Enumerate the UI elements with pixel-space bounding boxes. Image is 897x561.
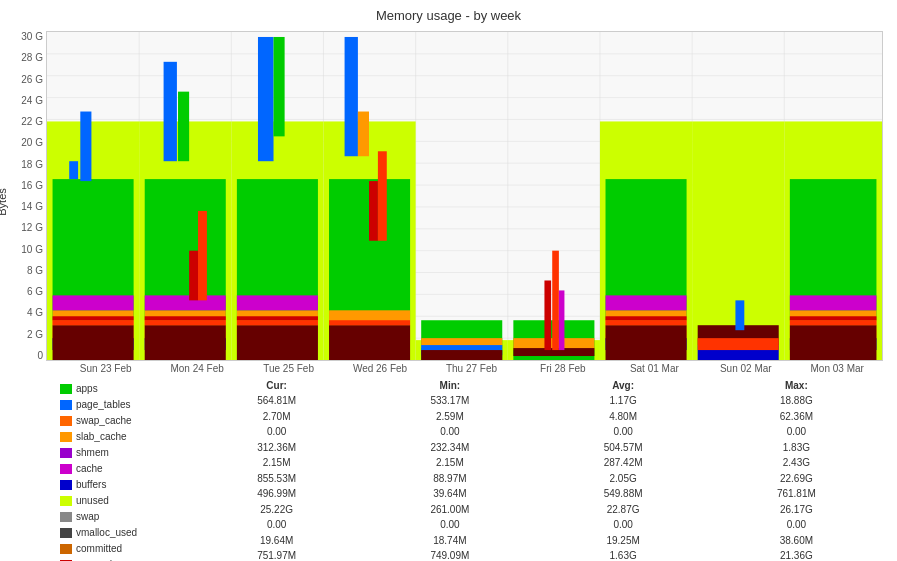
committed-color [60,544,72,554]
y-label: 18 G [21,159,43,170]
svg-rect-61 [329,325,410,360]
legend-item-committed: committed [60,541,190,556]
max-page-tables: 62.36M [761,409,831,425]
chart-svg [47,32,882,360]
x-label-2: Tue 25 Feb [243,363,334,374]
watermark-area: RRGTOOL / RRD: SERIES [883,31,897,361]
min-page-tables: 2.59M [415,409,485,425]
x-label-4: Thu 27 Feb [426,363,517,374]
svg-rect-67 [421,350,502,360]
svg-rect-40 [189,251,198,301]
y-label: 24 G [21,95,43,106]
apps-color [60,384,72,394]
avg-unused: 22.87G [588,502,658,518]
max-slab-cache: 1.83G [761,440,831,456]
svg-rect-72 [544,280,551,350]
y-label: 26 G [21,74,43,85]
svg-rect-95 [790,316,877,320]
avg-values: 1.17G 4.80M 0.00 504.57M 287.42M 2.05G 5… [588,393,658,561]
svg-rect-29 [80,112,91,182]
avg-committed: 1.63G [588,548,658,561]
avg-swap-cache: 0.00 [588,424,658,440]
svg-rect-26 [53,295,134,310]
max-unused: 26.17G [761,502,831,518]
cur-page-tables: 2.70M [242,409,312,425]
avg-header: Avg: [588,380,658,391]
cur-committed: 751.97M [242,548,312,561]
svg-rect-86 [698,338,779,350]
avg-apps: 1.17G [588,393,658,409]
cur-swap-cache: 0.00 [242,424,312,440]
svg-rect-81 [606,320,687,325]
legend-item-vmalloc: vmalloc_used [60,525,190,540]
x-label-7: Sun 02 Mar [700,363,791,374]
avg-shmem: 287.42M [588,455,658,471]
cache-label: cache [76,461,103,476]
committed-label: committed [76,541,122,556]
min-swap-cache: 0.00 [415,424,485,440]
legend-item-apps: apps [60,381,190,396]
svg-rect-91 [790,295,877,310]
svg-rect-39 [178,92,189,162]
y-label: 8 G [27,265,43,276]
y-label: 12 G [21,222,43,233]
max-committed: 21.36G [761,548,831,561]
legend-item-slab-cache: slab_cache [60,429,190,444]
svg-rect-78 [606,295,687,310]
y-axis-title: Bytes [0,188,8,216]
avg-swap: 0.00 [588,517,658,533]
unused-color [60,496,72,506]
slab-cache-label: slab_cache [76,429,127,444]
y-label: 6 G [27,286,43,297]
cur-values: 564.81M 2.70M 0.00 312.36M 2.15M 855.53M… [242,393,312,561]
x-label-6: Sat 01 Mar [609,363,700,374]
legend-item-page-tables: page_tables [60,397,190,412]
svg-rect-93 [790,325,877,360]
cur-buffers: 496.99M [242,486,312,502]
min-apps: 533.17M [415,393,485,409]
max-vmalloc: 38.60M [761,533,831,549]
cur-vmalloc: 19.64M [242,533,312,549]
svg-rect-94 [790,320,877,325]
legend-item-buffers: buffers [60,477,190,492]
svg-rect-82 [606,316,687,320]
svg-rect-49 [258,37,274,161]
shmem-label: shmem [76,445,109,460]
page-tables-color [60,400,72,410]
min-shmem: 2.15M [415,455,485,471]
stat-min: Min: 533.17M 2.59M 0.00 232.34M 2.15M 88… [415,380,485,561]
swap-cache-label: swap_cache [76,413,132,428]
svg-rect-51 [237,325,318,360]
max-cache: 22.69G [761,471,831,487]
vmalloc-label: vmalloc_used [76,525,137,540]
legend-item-cache: cache [60,461,190,476]
legend-item-mapped: mapped [60,557,190,561]
legend-item-swap: swap [60,509,190,524]
legend-item-shmem: shmem [60,445,190,460]
x-label-0: Sun 23 Feb [60,363,151,374]
min-values: 533.17M 2.59M 0.00 232.34M 2.15M 88.97M … [415,393,485,561]
cur-cache: 855.53M [242,471,312,487]
svg-rect-50 [274,37,285,136]
cur-header: Cur: [242,380,312,391]
legend: apps page_tables swap_cache slab_cache s… [60,380,190,561]
cur-apps: 564.81M [242,393,312,409]
svg-rect-58 [358,112,369,157]
min-header: Min: [415,380,485,391]
legend-item-swap-cache: swap_cache [60,413,190,428]
svg-rect-53 [237,316,318,320]
max-swap: 0.00 [761,517,831,533]
x-label-8: Mon 03 Mar [792,363,883,374]
max-swap-cache: 0.00 [761,424,831,440]
y-label: 0 [37,350,43,361]
y-label: 2 G [27,329,43,340]
svg-rect-52 [237,320,318,325]
svg-rect-57 [345,37,358,156]
avg-page-tables: 4.80M [588,409,658,425]
y-axis: 02 G4 G6 G8 G10 G12 G14 G16 G18 G20 G22 … [14,31,46,361]
avg-vmalloc: 19.25M [588,533,658,549]
y-label: 16 G [21,180,43,191]
x-label-1: Mon 24 Feb [151,363,242,374]
cur-unused: 25.22G [242,502,312,518]
cur-shmem: 2.15M [242,455,312,471]
